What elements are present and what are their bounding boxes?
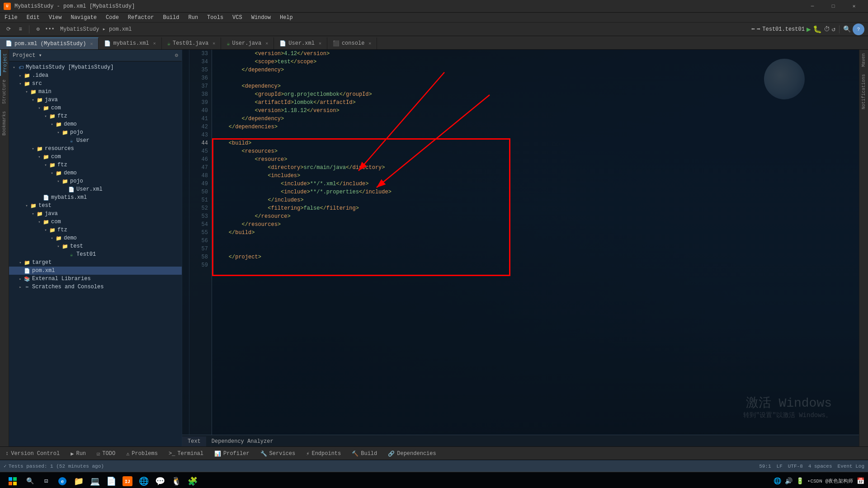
vtab-project[interactable]: Project: [0, 50, 9, 76]
taskbar-extra-icon[interactable]: 🧩: [185, 474, 200, 488]
menu-view[interactable]: View: [44, 13, 66, 23]
tree-pom-xml[interactable]: 📄 pom.xml: [9, 267, 182, 275]
tree-idea[interactable]: ▸ 📁 .idea: [9, 71, 182, 80]
vtab-notifications[interactable]: Notifications: [859, 70, 868, 113]
tree-demo[interactable]: ▾ 📁 demo: [9, 120, 182, 128]
tab-mybatis-close[interactable]: ✕: [153, 41, 156, 46]
tab-user-xml[interactable]: 📄 User.xml ✕: [274, 38, 327, 49]
btab-version-control[interactable]: ↕ Version Control: [0, 448, 65, 460]
tree-user-class[interactable]: ☕ User: [9, 136, 182, 145]
taskbar-task-view-icon[interactable]: ⊡: [39, 474, 53, 488]
tree-src[interactable]: ▾ 📁 src: [9, 80, 182, 88]
taskbar-volume-icon[interactable]: 🔊: [785, 477, 793, 485]
menu-file[interactable]: File: [0, 13, 22, 23]
more-button[interactable]: •••: [45, 24, 55, 34]
taskbar-vscode-icon[interactable]: 📄: [104, 474, 118, 488]
taskbar-start-button[interactable]: [4, 472, 22, 488]
taskbar-cmd-icon[interactable]: 💻: [88, 474, 102, 488]
tree-res-ftz[interactable]: ▾ 📁 ftz: [9, 161, 182, 169]
btab-problems[interactable]: ⚠ Problems: [121, 448, 163, 460]
tree-ftz[interactable]: ▾ 📁 ftz: [9, 112, 182, 120]
taskbar-battery-icon[interactable]: 🔋: [796, 477, 804, 485]
tree-ext-lib[interactable]: ▸ 📚 External Libraries: [9, 275, 182, 283]
menu-build[interactable]: Build: [158, 13, 184, 23]
menu-run[interactable]: Run: [184, 13, 203, 23]
btab-endpoints[interactable]: ⚡ Endpoints: [301, 448, 346, 460]
taskbar-intellij-icon[interactable]: IJ: [120, 474, 135, 488]
menu-window[interactable]: Window: [247, 13, 275, 23]
btab-build[interactable]: 🔨 Build: [346, 448, 382, 460]
taskbar-search-icon[interactable]: 🔍: [23, 474, 37, 488]
btab-run[interactable]: ▶ Run: [65, 448, 91, 460]
tree-pojo[interactable]: ▾ 📁 pojo: [9, 128, 182, 136]
vtab-bookmarks[interactable]: Bookmarks: [0, 108, 9, 139]
tab-console-close[interactable]: ✕: [368, 41, 371, 46]
taskbar-folder-icon[interactable]: 📁: [71, 474, 86, 488]
tree-java[interactable]: ▾ 📁 java: [9, 96, 182, 104]
menu-refactor[interactable]: Refactor: [123, 13, 159, 23]
menu-navigate[interactable]: Navigate: [66, 13, 101, 23]
btab-profiler[interactable]: 📊 Profiler: [209, 448, 255, 460]
vtab-structure[interactable]: Structure: [0, 76, 9, 108]
run-button[interactable]: ▶: [807, 25, 811, 34]
taskbar-network-icon[interactable]: 🌐: [774, 477, 781, 485]
vtab-maven[interactable]: Maven: [859, 50, 868, 70]
toolbar-icon-2[interactable]: ➡: [757, 25, 760, 33]
toolbar-icon-1[interactable]: ⬅: [751, 25, 755, 33]
taskbar-edge-icon[interactable]: e: [55, 474, 70, 488]
tree-res-pojo[interactable]: ▾ 📁 pojo: [9, 177, 182, 185]
taskbar-calendar-icon[interactable]: 📅: [857, 477, 864, 485]
btab-todo[interactable]: ☑ TODO: [91, 448, 121, 460]
taskbar-chrome-icon[interactable]: 🌐: [137, 474, 151, 488]
editor-tab-dependency[interactable]: Dependency Analyzer: [206, 436, 279, 446]
btab-dependencies[interactable]: 🔗 Dependencies: [382, 448, 441, 460]
tree-test-demo[interactable]: ▾ 📁 demo: [9, 234, 182, 242]
menu-tools[interactable]: Tools: [203, 13, 228, 23]
profile-button[interactable]: ⏱: [824, 26, 830, 33]
menu-help[interactable]: Help: [275, 13, 297, 23]
tree-com[interactable]: ▾ 📁 com: [9, 104, 182, 112]
sidebar-gear-icon[interactable]: ⚙: [175, 52, 178, 59]
status-vcs[interactable]: ✓ Tests passed: 1 (52 minutes ago): [4, 463, 104, 469]
menu-edit[interactable]: Edit: [22, 13, 44, 23]
tree-test-com[interactable]: ▾ 📁 com: [9, 218, 182, 226]
maximize-button[interactable]: □: [823, 0, 844, 13]
tree-user-xml[interactable]: 📄 User.xml: [9, 185, 182, 193]
close-button[interactable]: ✕: [844, 0, 864, 13]
status-lf[interactable]: LF: [777, 464, 783, 469]
tree-mybatis-xml[interactable]: 📄 mybatis.xml: [9, 193, 182, 202]
tree-test01[interactable]: ☕ Test01: [9, 250, 182, 258]
tree-test-sub[interactable]: ▾ 📁 test: [9, 242, 182, 250]
status-position[interactable]: 59:1: [759, 464, 771, 469]
menu-code[interactable]: Code: [101, 13, 123, 23]
btab-services[interactable]: 🔧 Services: [255, 448, 301, 460]
tree-test-java[interactable]: ▾ 📁 java: [9, 210, 182, 218]
taskbar-wechat-icon[interactable]: 💬: [153, 474, 167, 488]
taskbar-linux-icon[interactable]: 🐧: [169, 474, 184, 488]
status-charset[interactable]: UTF-8: [788, 464, 803, 469]
tree-resources[interactable]: ▾ 📁 resources: [9, 145, 182, 153]
btab-terminal[interactable]: >_ Terminal: [163, 448, 209, 460]
tree-res-com[interactable]: ▾ 📁 com: [9, 153, 182, 161]
tree-scratches[interactable]: ▸ ✂ Scratches and Consoles: [9, 283, 182, 291]
search-icon[interactable]: 🔍: [843, 25, 851, 33]
tree-root[interactable]: ▾ 🏷 MybatisStudy [MybatisStudy]: [9, 63, 182, 71]
settings-button[interactable]: ⚙: [33, 24, 43, 34]
tab-user-java-close[interactable]: ✕: [265, 41, 268, 46]
status-indent[interactable]: 4 spaces: [808, 464, 832, 469]
debug-button[interactable]: 🐛: [813, 25, 822, 34]
tree-test-ftz[interactable]: ▾ 📁 ftz: [9, 226, 182, 234]
status-event-log[interactable]: Event Log: [838, 464, 864, 469]
tab-console[interactable]: ⬛ console ✕: [327, 38, 377, 49]
tab-mybatis-xml[interactable]: 📄 mybatis.xml ✕: [99, 38, 161, 49]
tab-test01-java[interactable]: ☕ Test01.java ✕: [162, 38, 221, 49]
tree-res-demo[interactable]: ▾ 📁 demo: [9, 169, 182, 177]
tab-pom-xml[interactable]: 📄 pom.xml (MybatisStudy) ✕: [0, 38, 99, 49]
avatar[interactable]: ?: [853, 23, 864, 35]
tab-user-xml-close[interactable]: ✕: [319, 41, 321, 46]
tree-main[interactable]: ▾ 📁 main: [9, 88, 182, 96]
tree-target[interactable]: ▾ 📁 target: [9, 258, 182, 267]
sync-button[interactable]: ⟳: [4, 24, 14, 34]
tree-test-folder[interactable]: ▾ 📁 test: [9, 202, 182, 210]
collapse-button[interactable]: ≡: [15, 24, 25, 34]
